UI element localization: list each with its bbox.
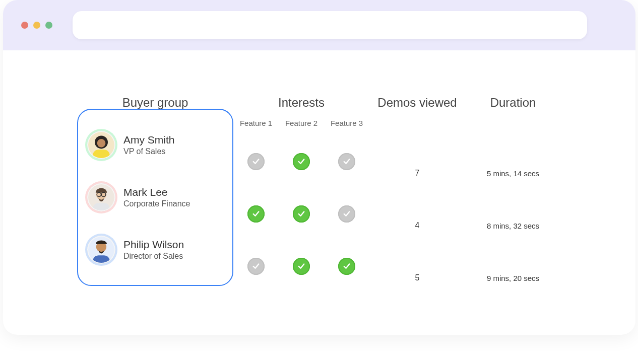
browser-window: Buyer group [3,0,635,335]
person-row: Mark Lee Corporate Finance [87,183,223,211]
person-title: VP of Sales [123,147,175,156]
interests-column: Interests Feature 1 Feature 2 Feature 3 [233,96,369,305]
person-info: Mark Lee Corporate Finance [123,186,190,208]
check-icon [293,205,310,223]
minimize-dot-icon[interactable] [33,22,40,29]
avatar [87,183,115,211]
person-name: Mark Lee [123,186,190,198]
interests-header: Interests [233,96,369,110]
zoom-dot-icon[interactable] [45,22,52,29]
feature-label: Feature 1 [233,119,279,127]
demos-value: 7 [415,169,420,178]
demos-header: Demos viewed [369,96,465,110]
check-icon [247,205,265,223]
check-icon [293,153,310,170]
person-avatar-icon [88,131,114,159]
person-avatar-icon [88,236,114,264]
duration-value: 8 mins, 32 secs [487,222,539,230]
interests-subheaders: Feature 1 Feature 2 Feature 3 [233,119,369,127]
buyer-group-header: Buyer group [77,96,233,110]
duration-header: Duration [465,96,561,110]
url-bar[interactable] [73,11,587,39]
browser-topbar [3,0,635,50]
feature-label: Feature 2 [279,119,324,127]
feature-label: Feature 3 [324,119,369,127]
buyer-group-column: Buyer group [77,96,233,286]
check-icon [338,153,355,170]
svg-rect-4 [93,150,109,159]
duration-value: 9 mins, 20 secs [487,274,539,282]
svg-point-3 [97,139,106,148]
svg-rect-15 [93,255,109,264]
person-info: Philip Wilson Director of Sales [123,239,184,261]
check-icon [247,258,265,275]
interest-row [233,252,369,280]
person-avatar-icon [88,183,114,211]
person-title: Director of Sales [123,252,184,261]
check-icon [247,153,265,170]
person-row: Amy Smith VP of Sales [87,131,223,159]
check-icon [293,258,310,275]
duration-column: Duration 5 mins, 14 secs 8 mins, 32 secs… [465,96,561,292]
avatar [87,236,115,264]
interest-row [233,200,369,228]
person-name: Amy Smith [123,134,175,146]
demos-column: Demos viewed 7 4 5 [369,96,465,292]
person-info: Amy Smith VP of Sales [123,134,175,156]
person-name: Philip Wilson [123,239,184,251]
person-title: Corporate Finance [123,199,190,208]
person-row: Philip Wilson Director of Sales [87,236,223,264]
demos-value: 5 [415,273,420,282]
svg-rect-11 [93,203,109,211]
check-icon [338,258,355,275]
check-icon [338,205,355,223]
demos-value: 4 [415,221,420,230]
avatar [87,131,115,159]
window-controls [21,22,52,29]
buyer-group-card: Amy Smith VP of Sales [77,109,233,286]
close-dot-icon[interactable] [21,22,28,29]
interest-row [233,148,369,176]
main-content: Buyer group [3,50,635,305]
duration-value: 5 mins, 14 secs [487,169,539,178]
